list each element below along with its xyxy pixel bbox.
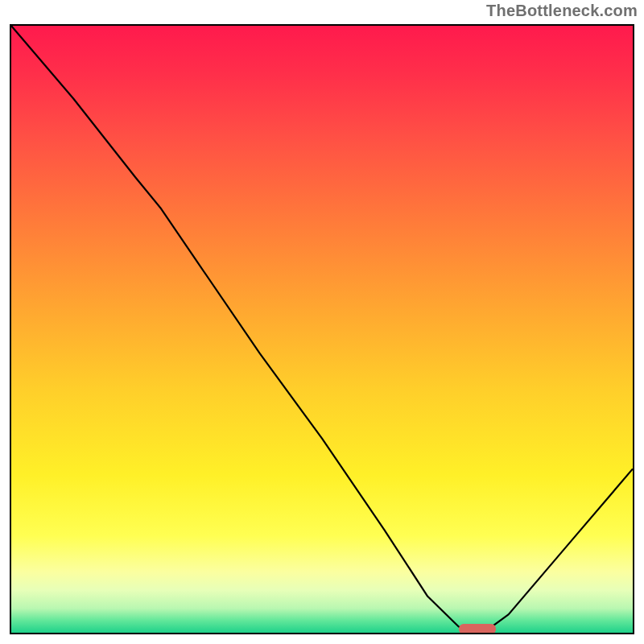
plot-area [10, 24, 634, 634]
watermark-text: TheBottleneck.com [486, 2, 638, 20]
chart-frame: TheBottleneck.com [0, 0, 644, 644]
background-gradient [11, 26, 633, 633]
optimal-range-marker [459, 624, 496, 634]
